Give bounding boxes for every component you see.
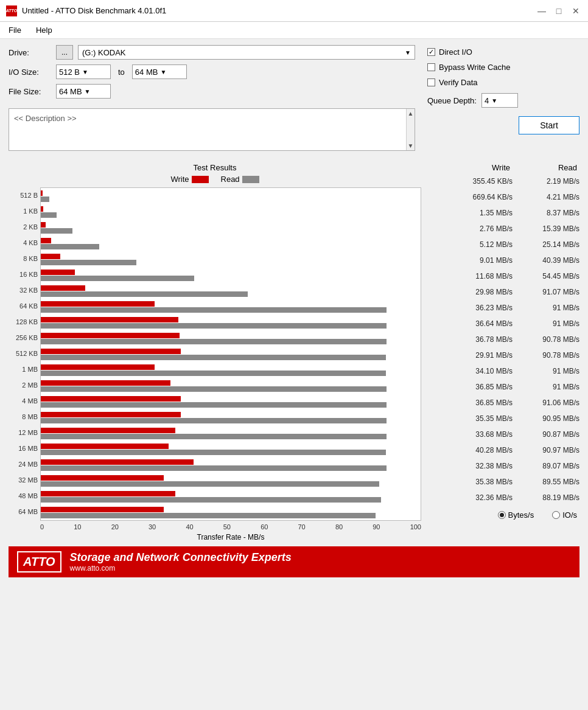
read-bar: [41, 291, 248, 297]
menu-help[interactable]: Help: [33, 24, 55, 36]
read-bar: [41, 244, 99, 249]
verify-data-checkbox[interactable]: [427, 78, 435, 86]
results-row: 669.64 KB/s4.21 MB/s: [433, 189, 579, 205]
bytes-per-sec-radio[interactable]: [498, 511, 506, 519]
results-row: 35.38 MB/s89.55 MB/s: [433, 474, 579, 490]
io-size-from-select[interactable]: 512 B ▼: [56, 64, 111, 79]
write-bar: [41, 285, 85, 291]
file-size-select[interactable]: 64 MB ▼: [56, 84, 111, 99]
results-row: 29.98 MB/s91.07 MB/s: [433, 284, 579, 300]
drive-value: (G:) KODAK: [82, 48, 126, 57]
right-panel: ✓ Direct I/O Bypass Write Cache Verify D…: [427, 45, 579, 157]
results-write-cell: 32.36 MB/s: [458, 493, 513, 502]
drive-browse-button[interactable]: ...: [56, 45, 73, 60]
results-row: 36.85 MB/s91.06 MB/s: [433, 395, 579, 411]
results-write-cell: 34.10 MB/s: [458, 367, 513, 375]
chart-label: 32 KB: [9, 282, 40, 298]
results-row: 355.45 KB/s2.19 MB/s: [433, 173, 579, 189]
io-per-sec-option[interactable]: IO/s: [552, 510, 577, 520]
write-bar: [41, 412, 181, 417]
results-read-cell: 90.87 MB/s: [525, 430, 579, 439]
drive-label: Drive:: [9, 48, 51, 57]
results-read-cell: 90.95 MB/s: [525, 414, 579, 423]
queue-depth-label: Queue Depth:: [427, 96, 477, 105]
write-bar: [41, 507, 164, 512]
results-write-cell: 2.76 MB/s: [458, 224, 513, 233]
bytes-per-sec-label: Bytes/s: [508, 510, 534, 520]
results-read-cell: 89.55 MB/s: [525, 478, 579, 486]
io-size-to-select[interactable]: 64 MB ▼: [132, 64, 187, 79]
write-legend-label: Write: [170, 175, 189, 184]
x-axis-tick: 0: [40, 523, 44, 531]
x-axis-tick: 70: [298, 523, 306, 531]
description-scrollbar[interactable]: ▲ ▼: [406, 109, 415, 150]
read-bar: [41, 418, 387, 423]
read-bar: [41, 450, 386, 455]
results-row: 35.35 MB/s90.95 MB/s: [433, 411, 579, 426]
description-container: << Description >> ▲ ▼: [9, 108, 415, 151]
chart-label: 16 KB: [9, 266, 40, 282]
x-axis-tick: 50: [223, 523, 231, 531]
queue-depth-select[interactable]: 4 ▼: [481, 93, 518, 108]
io-per-sec-radio[interactable]: [552, 511, 560, 519]
io-size-label: I/O Size:: [9, 68, 51, 77]
minimize-button[interactable]: —: [536, 5, 548, 17]
io-per-sec-label: IO/s: [562, 510, 577, 520]
chart-label: 1 MB: [9, 361, 40, 377]
results-write-cell: 36.64 MB/s: [458, 319, 513, 328]
description-box: << Description >> ▲ ▼: [9, 108, 415, 151]
footer-sub-text: www.atto.com: [70, 564, 292, 573]
x-axis-tick: 100: [410, 523, 421, 531]
write-bar: [41, 238, 51, 243]
chart-label: 4 MB: [9, 393, 40, 409]
chart-label: 1 KB: [9, 203, 40, 219]
bar-pair: [41, 204, 421, 220]
bar-pair: [41, 251, 421, 267]
drive-select[interactable]: (G:) KODAK ▼: [78, 45, 415, 60]
read-bar: [41, 307, 387, 313]
results-write-cell: 29.98 MB/s: [458, 288, 513, 296]
results-read-cell: 90.78 MB/s: [525, 335, 579, 344]
results-read-cell: 8.37 MB/s: [525, 209, 579, 217]
direct-io-checkbox[interactable]: ✓: [427, 48, 435, 56]
results-read-cell: 91.06 MB/s: [525, 399, 579, 407]
results-write-cell: 40.28 MB/s: [458, 446, 513, 454]
bytes-per-sec-option[interactable]: Bytes/s: [498, 510, 534, 520]
bar-pair: [41, 504, 421, 520]
bypass-write-cache-checkbox[interactable]: [427, 63, 435, 71]
close-button[interactable]: ✕: [570, 5, 582, 17]
write-bar: [41, 254, 60, 259]
start-button[interactable]: Start: [519, 116, 579, 134]
results-read-cell: 90.78 MB/s: [525, 351, 579, 360]
results-read-cell: 89.07 MB/s: [525, 462, 579, 470]
verify-data-row: Verify Data: [427, 78, 579, 87]
queue-depth-arrow: ▼: [491, 97, 497, 104]
chart-label: 4 KB: [9, 235, 40, 251]
bar-pair: [41, 267, 421, 283]
write-bar: [41, 459, 194, 465]
results-panel: Write Read 355.45 KB/s2.19 MB/s669.64 KB…: [433, 163, 579, 541]
window-title: Untitled - ATTO Disk Benchmark 4.01.0f1: [22, 6, 166, 15]
unit-options: Bytes/s IO/s: [433, 510, 579, 520]
scroll-down-icon: ▼: [408, 142, 414, 149]
file-size-row: File Size: 64 MB ▼: [9, 84, 415, 99]
results-header: Write Read: [433, 163, 579, 172]
app-icon: ATTO: [6, 5, 17, 16]
chart-label: 32 MB: [9, 472, 40, 488]
x-axis-tick: 60: [261, 523, 268, 531]
title-bar: ATTO Untitled - ATTO Disk Benchmark 4.01…: [0, 0, 588, 22]
maximize-button[interactable]: □: [553, 5, 565, 17]
chart-label: 512 B: [9, 187, 40, 203]
chart-label: 128 KB: [9, 314, 40, 330]
bar-pair: [41, 188, 421, 204]
read-bar: [41, 260, 136, 265]
results-write-cell: 11.68 MB/s: [458, 272, 513, 280]
chart-label: 16 MB: [9, 440, 40, 456]
chart-label: 512 KB: [9, 346, 40, 361]
menu-file[interactable]: File: [6, 24, 24, 36]
results-row: 1.35 MB/s8.37 MB/s: [433, 205, 579, 221]
results-write-cell: 355.45 KB/s: [458, 177, 513, 186]
x-axis-title: Transfer Rate - MB/s: [40, 533, 421, 541]
results-write-cell: 36.23 MB/s: [458, 304, 513, 312]
write-bar: [41, 301, 155, 307]
